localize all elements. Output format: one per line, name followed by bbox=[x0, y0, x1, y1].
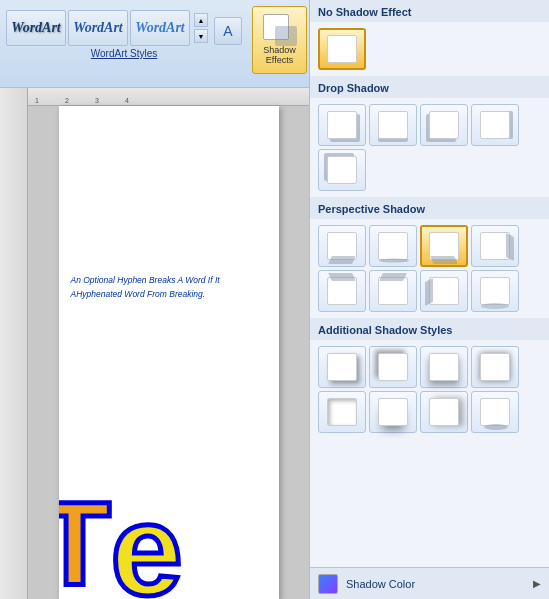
persp-cell-6[interactable] bbox=[369, 270, 417, 312]
add-shadow-cell-6[interactable] bbox=[369, 391, 417, 433]
add-shadow-cell-7[interactable] bbox=[420, 391, 468, 433]
no-shadow-cell[interactable] bbox=[318, 28, 366, 70]
add-shadow-preview-5 bbox=[327, 398, 357, 426]
persp-preview-1 bbox=[327, 232, 357, 260]
add-shadow-preview-3 bbox=[429, 353, 459, 381]
drop-shadow-preview-1 bbox=[327, 111, 357, 139]
shadow-effects-panel: No Shadow Effect Drop Shadow bbox=[309, 0, 549, 599]
wordart-scroll: ▲ ▼ bbox=[194, 13, 208, 43]
additional-shadow-grid bbox=[310, 340, 549, 439]
persp-cell-4[interactable] bbox=[471, 225, 519, 267]
persp-preview-6 bbox=[378, 277, 408, 305]
wordart-style-2[interactable]: WordArt bbox=[68, 10, 128, 46]
section-header-drop-shadow: Drop Shadow bbox=[310, 76, 549, 98]
persp-cell-8[interactable] bbox=[471, 270, 519, 312]
add-shadow-preview-4 bbox=[480, 353, 510, 381]
document-area: An Optional Hyphen Breaks A Word If It A… bbox=[28, 106, 309, 599]
no-shadow-grid bbox=[310, 22, 549, 76]
drop-shadow-preview-5 bbox=[327, 156, 357, 184]
add-shadow-cell-8[interactable] bbox=[471, 391, 519, 433]
add-shadow-preview-2 bbox=[378, 353, 408, 381]
drop-shadow-preview-2 bbox=[378, 111, 408, 139]
shadow-color-arrow: ▶ bbox=[533, 578, 541, 589]
drop-shadow-cell-5[interactable] bbox=[318, 149, 366, 191]
drop-shadow-preview-3 bbox=[429, 111, 459, 139]
drop-shadow-grid bbox=[310, 98, 549, 197]
persp-cell-1[interactable] bbox=[318, 225, 366, 267]
shadow-effects-icon bbox=[263, 14, 297, 46]
shadow-color-bar[interactable]: Shadow Color ▶ bbox=[310, 567, 549, 599]
text-color-btn[interactable]: A bbox=[214, 17, 242, 45]
no-shadow-preview bbox=[327, 35, 357, 63]
add-shadow-preview-7 bbox=[429, 398, 459, 426]
ruler-vertical bbox=[0, 88, 28, 599]
add-shadow-cell-3[interactable] bbox=[420, 346, 468, 388]
add-shadow-preview-1 bbox=[327, 353, 357, 381]
persp-preview-7 bbox=[429, 277, 459, 305]
ruler-mark: 4 bbox=[122, 97, 132, 104]
persp-preview-2 bbox=[378, 232, 408, 260]
scroll-dropdown-btn[interactable]: ▼ bbox=[194, 29, 208, 43]
scroll-up-btn[interactable]: ▲ bbox=[194, 13, 208, 27]
add-shadow-cell-5[interactable] bbox=[318, 391, 366, 433]
shadow-effects-button[interactable]: ShadowEffects bbox=[252, 6, 307, 74]
wordart-label[interactable]: WordArt Styles bbox=[91, 48, 158, 59]
wordart-styles-row: WordArt WordArt WordArt ▲ ▼ A bbox=[6, 10, 242, 46]
persp-preview-4 bbox=[480, 232, 510, 260]
section-header-perspective: Perspective Shadow bbox=[310, 197, 549, 219]
drop-shadow-preview-4 bbox=[480, 111, 510, 139]
doc-line-2: AHyphenated Word From Breaking. bbox=[71, 287, 267, 301]
add-shadow-preview-8 bbox=[480, 398, 510, 426]
perspective-shadow-grid bbox=[310, 219, 549, 318]
ruler-mark: 3 bbox=[92, 97, 102, 104]
section-header-additional: Additional Shadow Styles bbox=[310, 318, 549, 340]
add-shadow-cell-4[interactable] bbox=[471, 346, 519, 388]
persp-preview-8 bbox=[480, 277, 510, 305]
shadow-effects-label: ShadowEffects bbox=[263, 46, 296, 66]
drop-shadow-cell-4[interactable] bbox=[471, 104, 519, 146]
wordart-style-1[interactable]: WordArt bbox=[6, 10, 66, 46]
drop-shadow-cell-3[interactable] bbox=[420, 104, 468, 146]
wordart-display[interactable]: Te bbox=[59, 482, 183, 599]
wordart-letter-e: e bbox=[111, 492, 183, 599]
persp-preview-5 bbox=[327, 277, 357, 305]
wordart-letter-t: T bbox=[59, 491, 111, 597]
persp-cell-7[interactable] bbox=[420, 270, 468, 312]
ruler-horizontal: 1 2 3 4 bbox=[28, 88, 309, 106]
add-shadow-cell-1[interactable] bbox=[318, 346, 366, 388]
ruler-mark: 2 bbox=[62, 97, 72, 104]
add-shadow-cell-2[interactable] bbox=[369, 346, 417, 388]
add-shadow-preview-6 bbox=[378, 398, 408, 426]
shadow-color-label: Shadow Color bbox=[346, 578, 525, 590]
shadow-color-icon bbox=[318, 574, 338, 594]
document-page: An Optional Hyphen Breaks A Word If It A… bbox=[59, 106, 279, 599]
ruler-mark: 1 bbox=[32, 97, 42, 104]
panel-scroll-area[interactable]: No Shadow Effect Drop Shadow bbox=[310, 0, 549, 567]
wordart-styles-section: WordArt WordArt WordArt ▲ ▼ A WordArt St… bbox=[0, 0, 248, 88]
drop-shadow-cell-1[interactable] bbox=[318, 104, 366, 146]
persp-cell-3[interactable] bbox=[420, 225, 468, 267]
persp-cell-5[interactable] bbox=[318, 270, 366, 312]
section-header-no-shadow: No Shadow Effect bbox=[310, 0, 549, 22]
doc-line-1: An Optional Hyphen Breaks A Word If It bbox=[71, 273, 267, 287]
persp-cell-2[interactable] bbox=[369, 225, 417, 267]
drop-shadow-cell-2[interactable] bbox=[369, 104, 417, 146]
wordart-style-3[interactable]: WordArt bbox=[130, 10, 190, 46]
persp-preview-3 bbox=[429, 232, 459, 260]
document-text: An Optional Hyphen Breaks A Word If It A… bbox=[71, 273, 267, 302]
